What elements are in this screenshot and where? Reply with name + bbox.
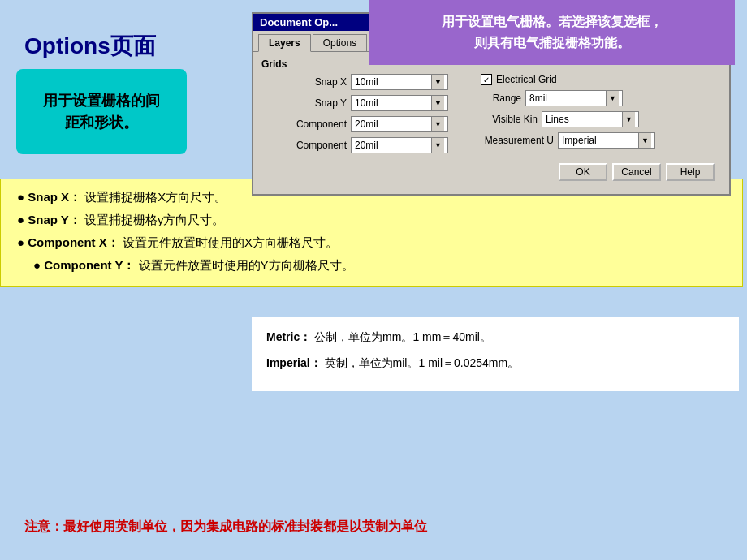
component-y-value: 20mil xyxy=(355,140,431,151)
component-y-desc-text: 设置元件放置时使用的Y方向栅格尺寸。 xyxy=(135,258,353,272)
component-x-row: Component 20mil ▼ xyxy=(261,116,481,132)
component-x-input[interactable]: 20mil ▼ xyxy=(351,116,448,132)
imperial-text: Imperial： 英制，单位为mil。1 mil＝0.0254mm。 xyxy=(266,354,724,373)
component-x-dropdown-arrow[interactable]: ▼ xyxy=(431,117,444,131)
visible-kind-value: Lines xyxy=(546,114,622,125)
snap-y-value: 10mil xyxy=(355,97,431,109)
green-callout-text: 用于设置栅格的间距和形状。 xyxy=(43,90,160,134)
dialog-content: Grids Snap X 10mil ▼ Snap Y 10mil xyxy=(253,52,729,194)
snap-x-dropdown-arrow[interactable]: ▼ xyxy=(431,75,444,89)
purple-callout-text: 用于设置电气栅格。若选择该复选框，则具有电气捕捉栅格功能。 xyxy=(442,11,663,53)
component-y-label: Component xyxy=(261,140,351,151)
component-x-desc-text: 设置元件放置时使用的X方向栅格尺寸。 xyxy=(119,235,338,249)
ok-button[interactable]: OK xyxy=(559,163,607,181)
snap-x-value: 10mil xyxy=(355,76,431,88)
visible-kind-input[interactable]: Lines ▼ xyxy=(542,111,639,127)
snap-x-key: ● Snap X： xyxy=(17,190,81,204)
snap-y-row: Snap Y 10mil ▼ xyxy=(261,95,481,111)
snap-y-label: Snap Y xyxy=(261,97,351,109)
range-label: Range xyxy=(481,93,525,104)
component-y-row: Component 20mil ▼ xyxy=(261,137,481,153)
snap-x-desc-text: 设置捕捉栅格X方向尺寸。 xyxy=(81,190,227,204)
measurement-unit-row: Measurement U Imperial ▼ xyxy=(481,132,721,149)
electrical-grid-row: ✓ Electrical Grid xyxy=(481,74,721,85)
bottom-info-area: Metric： 公制，单位为mm。1 mm＝40mil。 Imperial： 英… xyxy=(252,317,739,391)
snap-x-row: Snap X 10mil ▼ xyxy=(261,74,481,90)
snap-x-input[interactable]: 10mil ▼ xyxy=(351,74,448,90)
range-value: 8mil xyxy=(529,93,606,104)
snap-x-label: Snap X xyxy=(261,76,351,88)
component-y-description: ● Component Y： 设置元件放置时使用的Y方向栅格尺寸。 xyxy=(17,256,726,275)
dialog-title: Document Op... xyxy=(260,16,338,28)
note-text: 注意：最好使用英制单位，因为集成电路的标准封装都是以英制为单位 xyxy=(24,519,427,536)
cancel-button[interactable]: Cancel xyxy=(612,163,661,181)
purple-callout-box: 用于设置电气栅格。若选择该复选框，则具有电气捕捉栅格功能。 xyxy=(369,0,735,65)
component-y-input[interactable]: 20mil ▼ xyxy=(351,137,448,153)
right-fields: ✓ Electrical Grid Range 8mil ▼ Visible K… xyxy=(481,74,721,158)
measurement-unit-input[interactable]: Imperial ▼ xyxy=(558,132,655,149)
measurement-unit-value: Imperial xyxy=(562,135,638,146)
snap-y-key: ● Snap Y： xyxy=(17,213,81,226)
snap-y-desc-text: 设置捕捉栅格y方向尺寸。 xyxy=(81,213,225,226)
tab-options[interactable]: Options xyxy=(313,34,367,51)
range-input[interactable]: 8mil ▼ xyxy=(525,90,623,106)
metric-text: Metric： 公制，单位为mm。1 mm＝40mil。 xyxy=(266,328,724,347)
component-y-key: ● Component Y： xyxy=(33,258,135,272)
tab-layers[interactable]: Layers xyxy=(258,34,311,52)
measurement-unit-label: Measurement U xyxy=(481,135,558,146)
component-x-value: 20mil xyxy=(355,118,431,130)
left-fields: Snap X 10mil ▼ Snap Y 10mil ▼ Comp xyxy=(261,74,481,158)
component-x-label: Component xyxy=(261,118,351,130)
component-x-key: ● Component X： xyxy=(17,235,119,249)
snap-y-dropdown-arrow[interactable]: ▼ xyxy=(431,96,444,110)
range-dropdown-arrow[interactable]: ▼ xyxy=(606,91,619,106)
help-button[interactable]: Help xyxy=(666,163,715,181)
electrical-grid-label: Electrical Grid xyxy=(496,74,557,85)
measurement-unit-dropdown-arrow[interactable]: ▼ xyxy=(638,133,651,148)
component-x-description: ● Component X： 设置元件放置时使用的X方向栅格尺寸。 xyxy=(17,233,726,252)
electrical-grid-checkbox[interactable]: ✓ xyxy=(481,74,492,85)
range-row: Range 8mil ▼ xyxy=(481,90,721,106)
component-y-dropdown-arrow[interactable]: ▼ xyxy=(431,138,444,153)
imperial-desc: 英制，单位为mil。1 mil＝0.0254mm。 xyxy=(322,356,519,369)
visible-kind-row: Visible Kin Lines ▼ xyxy=(481,111,721,127)
dialog-buttons: OK Cancel Help xyxy=(261,158,721,187)
visible-kind-label: Visible Kin xyxy=(481,114,542,125)
metric-desc: 公制，单位为mm。1 mm＝40mil。 xyxy=(311,330,491,343)
page-title: Options页面 xyxy=(24,31,156,62)
dialog-inner-grid: Snap X 10mil ▼ Snap Y 10mil ▼ Comp xyxy=(261,74,721,158)
metric-key: Metric： xyxy=(266,330,311,343)
imperial-key: Imperial： xyxy=(266,356,322,369)
snap-y-input[interactable]: 10mil ▼ xyxy=(351,95,448,111)
snap-y-description: ● Snap Y： 设置捕捉栅格y方向尺寸。 xyxy=(17,210,726,230)
visible-kind-dropdown-arrow[interactable]: ▼ xyxy=(622,112,635,127)
green-callout-box: 用于设置栅格的间距和形状。 xyxy=(16,69,187,154)
